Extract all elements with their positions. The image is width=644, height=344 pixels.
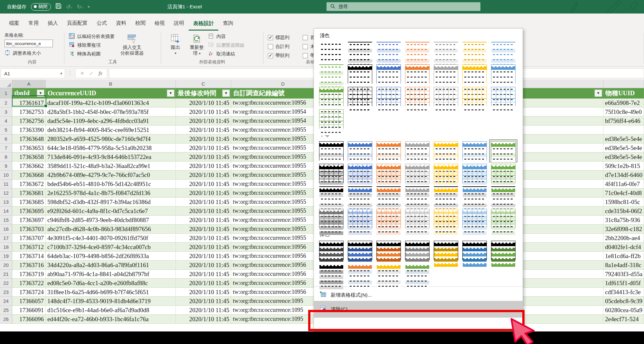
cell[interactable]: 17363648 <box>12 135 46 144</box>
row-number-6[interactable]: 6 <box>0 135 12 144</box>
cell[interactable]: 17363707 <box>12 234 46 243</box>
ribbon-tab-常用[interactable]: 常用 <box>24 20 43 31</box>
cell[interactable]: e92f026d-601c-4a9a-8f1c-0d7c5ca1c6e7 <box>46 207 176 216</box>
cell[interactable]: ed38e5e5-5e4e <box>603 153 644 162</box>
ribbon-tab-資料[interactable]: 資料 <box>111 20 131 31</box>
cell[interactable]: c946fbf8-2d85-4973-9eeb-40dcbdf80887 <box>46 216 176 225</box>
checkbox-帶狀列[interactable]: ✓帶狀列 <box>268 52 297 59</box>
table-style-thumb[interactable] <box>405 241 430 260</box>
cell[interactable]: 2bb2200b-ae4 <box>603 234 644 243</box>
ribbon-tab-檢視[interactable]: 檢視 <box>150 20 169 31</box>
name-box[interactable]: A1 ▾ <box>1 69 65 78</box>
table-style-thumb[interactable] <box>319 241 344 260</box>
column-header-A[interactable]: A <box>12 80 46 88</box>
cell[interactable]: 2020/1/10 11:45 <box>176 198 231 207</box>
row-number-22[interactable]: 22 <box>0 279 12 288</box>
table-style-thumb[interactable] <box>462 164 487 183</box>
table-style-thumb[interactable] <box>319 209 344 228</box>
cell[interactable]: 2020/1/10 11:45 <box>176 107 231 116</box>
row-number-2[interactable]: 2 <box>0 98 12 107</box>
unlink-button[interactable]: 取消連結 <box>208 51 244 57</box>
cell[interactable]: 17363681 <box>12 189 46 198</box>
cell[interactable]: 2020/1/10 11:45 <box>176 315 231 324</box>
table-style-thumb[interactable] <box>405 141 430 161</box>
table-style-thumb[interactable] <box>491 64 516 84</box>
table-header-最後修改時間[interactable]: 最後修改時間▼ <box>176 88 231 98</box>
table-style-thumb[interactable] <box>376 42 401 61</box>
filter-dropdown-icon[interactable]: ▼ <box>222 89 230 97</box>
row-number-4[interactable]: 4 <box>0 116 12 126</box>
clear-style-menu-item[interactable]: 清除(C) <box>314 301 523 318</box>
table-style-thumb[interactable] <box>376 263 401 283</box>
row-number-16[interactable]: 16 <box>0 225 12 234</box>
table-style-thumb[interactable] <box>491 209 516 228</box>
table-style-thumb[interactable] <box>434 164 458 183</box>
ribbon-tab-公式[interactable]: 公式 <box>92 20 111 31</box>
table-style-thumb[interactable] <box>462 42 487 61</box>
cell[interactable]: 17362756 <box>12 116 46 126</box>
cell[interactable]: 280352e9-a659-4525-980c-de7160c9d7f4 <box>46 135 176 144</box>
cell[interactable]: 17363722 <box>12 279 46 288</box>
table-style-thumb[interactable] <box>491 141 516 161</box>
ribbon-tab-頁面配置[interactable]: 頁面配置 <box>62 20 92 31</box>
table-style-thumb[interactable] <box>405 263 430 283</box>
table-name-input[interactable] <box>5 40 53 47</box>
cell[interactable]: d1c516ce-e9b1-44ad-b6e0-af6a7d9ad0d8 <box>46 306 176 315</box>
row-number-24[interactable]: 24 <box>0 297 12 306</box>
table-style-thumb[interactable] <box>319 186 344 206</box>
redo-icon[interactable]: ↻▾ <box>77 4 83 10</box>
table-style-thumb[interactable] <box>405 87 430 106</box>
table-style-thumb[interactable] <box>462 141 487 161</box>
table-style-thumb[interactable] <box>405 186 430 206</box>
cell[interactable]: 17363662 <box>12 162 46 171</box>
filter-dropdown-icon[interactable]: ▼ <box>594 89 602 97</box>
cell[interactable]: 509c1e2b-815 <box>603 162 644 171</box>
cell[interactable]: 17363658 <box>12 153 46 162</box>
cell[interactable]: 17366057 <box>12 297 46 306</box>
cell[interactable]: 2e162255-978d-4a1c-8b75-f0847d2fd136 <box>46 189 176 198</box>
cell[interactable]: 2020/1/10 11:45 <box>176 288 231 297</box>
row-number-25[interactable]: 25 <box>0 306 12 315</box>
table-style-thumb[interactable] <box>319 42 344 61</box>
cell[interactable]: 17363668 <box>12 171 46 180</box>
cell[interactable]: 8a1e4adf-318c <box>603 261 644 270</box>
row-number-20[interactable]: 20 <box>0 261 12 270</box>
table-style-thumb[interactable] <box>376 141 401 161</box>
remove-duplicates-button[interactable]: 移除重複項 <box>69 42 115 48</box>
cell[interactable]: 2020/1/10 11:45 <box>176 153 231 162</box>
table-style-thumb[interactable] <box>348 141 372 161</box>
table-style-thumb[interactable] <box>405 64 430 84</box>
row-number-1[interactable]: 1 <box>0 88 12 98</box>
cell[interactable]: 31f8ee1b-6a25-4d66-b699-b7f746c5f651 <box>46 288 176 297</box>
cell[interactable] <box>603 126 644 135</box>
checkbox-合計列[interactable]: 合計列 <box>268 43 297 50</box>
cancel-formula-icon[interactable]: ✕ <box>80 70 84 76</box>
row-number-3[interactable]: 3 <box>0 107 12 116</box>
cell[interactable]: 31c8a75b-936 <box>603 216 644 225</box>
row-number-15[interactable]: 15 <box>0 216 12 225</box>
cell[interactable]: 17363697 <box>12 216 46 225</box>
row-number-13[interactable]: 13 <box>0 198 12 207</box>
table-header-tbnId[interactable]: tbnId▼ <box>12 88 46 98</box>
ribbon-tab-檔案[interactable]: 檔案 <box>5 20 24 31</box>
new-table-style-menu-item[interactable]: 新增表格樣式(N)... <box>314 289 523 301</box>
table-style-thumb[interactable] <box>405 164 430 183</box>
table-style-thumb[interactable] <box>405 42 430 61</box>
table-style-thumb[interactable] <box>376 87 401 106</box>
cell[interactable]: ed08c5e0-7d6a-4cc1-a20b-e260fb8af88c <box>46 279 176 288</box>
cell[interactable]: 2020/1/10 11:45 <box>176 171 231 180</box>
cell[interactable]: c7100b37-3294-4ce0-8597-4c34cca007cb <box>46 243 176 252</box>
row-number-21[interactable]: 21 <box>0 270 12 279</box>
cell[interactable]: d7e134df-6460 <box>603 171 644 180</box>
cell[interactable]: 17361617 <box>12 98 46 107</box>
table-header-物種UUID[interactable]: 物種UUID <box>603 88 644 98</box>
cell[interactable]: 17366091 <box>12 306 46 315</box>
enter-formula-icon[interactable]: ✓ <box>90 70 94 76</box>
cell[interactable]: 17363703 <box>12 225 46 234</box>
cell[interactable]: bf756ff4-e646 <box>603 116 644 126</box>
cell[interactable]: 1df615f1-d05f <box>603 279 644 288</box>
cell[interactable]: d28a5bf3-1bb2-454f-b0ec-078e593a785f <box>46 107 176 116</box>
cell[interactable]: 2020/1/10 11:45 <box>176 225 231 234</box>
cell[interactable]: dad5c54e-1109-4ebc-a296-4fdbdcc03a91 <box>46 116 176 126</box>
cell[interactable]: 713de846-091e-4c93-9c84-646b153722ea <box>46 153 176 162</box>
